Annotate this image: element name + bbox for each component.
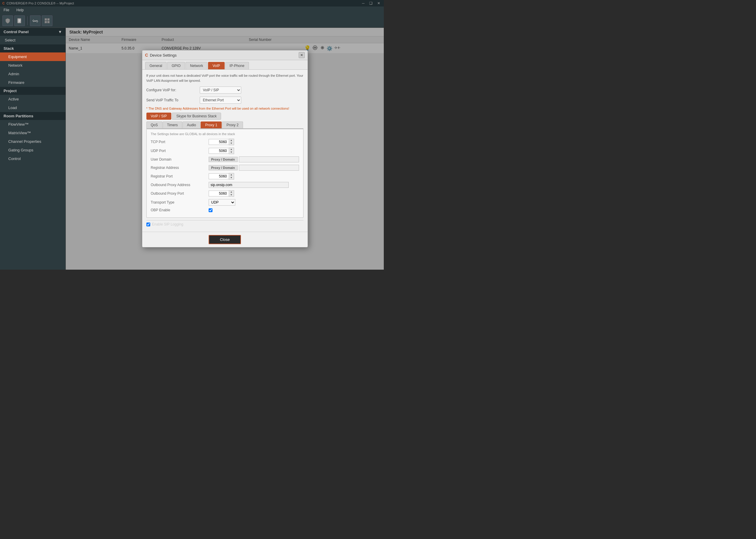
sip-logging-checkbox[interactable] xyxy=(146,222,150,226)
send-voip-select[interactable]: Ethernet Port xyxy=(200,97,241,104)
dialog-footer: Close xyxy=(142,232,308,247)
sip-logging-row: Enable SIP Logging xyxy=(146,220,303,228)
tab-network[interactable]: Network xyxy=(186,62,207,69)
sidebar-item-select[interactable]: Select xyxy=(0,36,65,44)
outbound-proxy-port-input[interactable]: 5060 xyxy=(209,191,229,196)
toolbar-separator xyxy=(27,16,28,25)
udp-port-up[interactable]: ▲ xyxy=(229,148,234,151)
dialog-title: Device Settings xyxy=(150,53,177,57)
outbound-proxy-address-input[interactable]: sip.onsip.com xyxy=(209,182,289,188)
udp-port-down[interactable]: ▼ xyxy=(229,151,234,154)
dialog-body: If your unit does not have a dedicated V… xyxy=(142,70,308,232)
configure-voip-row: Configure VoIP for: VoIP / SIP xyxy=(146,87,303,94)
tab-general[interactable]: General xyxy=(145,62,167,69)
voip-info-text: If your unit does not have a dedicated V… xyxy=(146,73,303,83)
proxy-panel: The Settings below are GLOBAL to all dev… xyxy=(146,129,303,218)
sidebar-header-project: Project xyxy=(0,87,65,95)
inner-tab-audio[interactable]: Audio xyxy=(183,121,201,128)
restore-button[interactable]: ❑ xyxy=(368,1,374,5)
sidebar-item-load[interactable]: Load xyxy=(0,104,65,112)
tab-voip[interactable]: VoIP xyxy=(208,62,224,69)
user-domain-input[interactable] xyxy=(239,156,299,162)
close-button[interactable]: ✕ xyxy=(376,1,381,5)
sidebar-header-stack: Stack xyxy=(0,44,65,52)
dns-note: * The DNS and Gateway Addresses from the… xyxy=(146,107,303,110)
inner-tab-timers[interactable]: Timers xyxy=(163,121,182,128)
sidebar-item-gating-groups[interactable]: Gating Groups xyxy=(0,146,65,154)
obp-enable-checkbox[interactable] xyxy=(209,208,212,212)
minimize-button[interactable]: ─ xyxy=(361,1,366,5)
registrar-port-spinner: ▲ ▼ xyxy=(229,173,234,180)
udp-port-row: UDP Port 5060 ▲ ▼ xyxy=(151,148,299,154)
tcp-port-up[interactable]: ▲ xyxy=(229,139,234,142)
transport-type-value: UDP TCP TLS xyxy=(209,199,299,206)
registrar-address-input[interactable] xyxy=(239,165,299,171)
udp-port-spinner: ▲ ▼ xyxy=(229,148,234,154)
outbound-proxy-address-label: Outbound Proxy Address xyxy=(151,183,209,187)
grid-toolbar-button[interactable] xyxy=(42,15,52,26)
tcp-port-down[interactable]: ▼ xyxy=(229,142,234,145)
udp-port-value: 5060 ▲ ▼ xyxy=(209,148,299,154)
registrar-address-value: Proxy / Domain xyxy=(209,165,299,171)
obp-enable-row: OBP Enable xyxy=(151,208,299,212)
shield-toolbar-button[interactable] xyxy=(2,15,13,26)
configure-voip-select[interactable]: VoIP / SIP xyxy=(200,87,241,94)
sidebar-item-firmware[interactable]: Firmware xyxy=(0,78,65,87)
sidebar-item-control[interactable]: Control xyxy=(0,154,65,163)
inner-tab-qos[interactable]: QoS xyxy=(146,121,162,128)
dialog-close-icon[interactable]: ✕ xyxy=(299,52,305,58)
registrar-address-row: Registrar Address Proxy / Domain xyxy=(151,165,299,171)
sidebar-item-flowview[interactable]: FlowView™ xyxy=(0,120,65,128)
file-toolbar-button[interactable] xyxy=(14,15,25,26)
inner-tab-proxy2[interactable]: Proxy 2 xyxy=(222,121,243,128)
tcp-port-input[interactable]: 5060 xyxy=(209,139,229,145)
registrar-port-value: 5060 ▲ ▼ xyxy=(209,173,299,180)
outbound-proxy-port-up[interactable]: ▲ xyxy=(229,191,234,193)
registrar-port-input[interactable]: 5060 xyxy=(209,173,229,179)
registrar-port-label: Registrar Port xyxy=(151,174,209,178)
outbound-proxy-port-spinner: ▲ ▼ xyxy=(229,190,234,197)
user-domain-prefix: Proxy / Domain xyxy=(209,157,238,162)
registrar-port-row: Registrar Port 5060 ▲ ▼ xyxy=(151,173,299,180)
registrar-port-down[interactable]: ▼ xyxy=(229,176,234,179)
send-voip-label: Send VoIP Traffic To xyxy=(146,98,200,102)
voip-tab-skype[interactable]: Skype for Business Stack xyxy=(172,113,221,120)
user-domain-value: Proxy / Domain xyxy=(209,156,299,162)
sidebar-item-admin[interactable]: Admin xyxy=(0,70,65,78)
content-area: Stack: MyProject Device Name Firmware Pr… xyxy=(66,28,384,270)
inner-tab-proxy1[interactable]: Proxy 1 xyxy=(201,121,222,128)
tab-gpio[interactable]: GPIO xyxy=(167,62,185,69)
outbound-proxy-port-label: Outbound Proxy Port xyxy=(151,192,209,195)
voip-tab-sip[interactable]: VoIP / SIP xyxy=(146,113,171,120)
outbound-proxy-address-value: sip.onsip.com xyxy=(209,182,299,188)
tcp-port-value: 5060 ▲ ▼ xyxy=(209,139,299,145)
sidebar-item-equipment[interactable]: Equipment xyxy=(0,52,65,61)
transport-type-select[interactable]: UDP TCP TLS xyxy=(209,199,235,206)
registrar-port-up[interactable]: ▲ xyxy=(229,173,234,176)
user-domain-label: User Domain xyxy=(151,157,209,162)
udp-port-input[interactable]: 5060 xyxy=(209,148,229,154)
menu-file[interactable]: File xyxy=(2,7,10,13)
svg-rect-2 xyxy=(47,18,49,21)
close-dialog-button[interactable]: Close xyxy=(209,235,241,244)
voip-tabs: VoIP / SIP Skype for Business Stack xyxy=(146,113,303,120)
svg-rect-4 xyxy=(47,21,49,23)
outbound-proxy-port-down[interactable]: ▼ xyxy=(229,193,234,196)
menu-bar: File Help xyxy=(0,7,384,14)
transport-type-label: Transport Type xyxy=(151,200,209,204)
sidebar-item-network[interactable]: Network xyxy=(0,61,65,70)
toolbar xyxy=(0,14,384,28)
sidebar-item-channel-properties[interactable]: Channel Properties xyxy=(0,137,65,146)
dialog-tabs-bar: General GPIO Network VoIP IP-Phone xyxy=(142,60,308,70)
outbound-proxy-address-row: Outbound Proxy Address sip.onsip.com xyxy=(151,182,299,188)
sidebar-item-active[interactable]: Active xyxy=(0,95,65,104)
tcp-port-spinner: ▲ ▼ xyxy=(229,139,234,145)
sidebar-header-control-panel: Control Panel ▼ xyxy=(0,28,65,36)
configure-voip-control: VoIP / SIP xyxy=(200,87,303,94)
menu-help[interactable]: Help xyxy=(15,7,25,13)
transport-type-row: Transport Type UDP TCP TLS xyxy=(151,199,299,206)
tab-ip-phone[interactable]: IP-Phone xyxy=(225,62,249,69)
sidebar-item-matrixview[interactable]: MatrixView™ xyxy=(0,128,65,137)
back-forward-toolbar-button[interactable] xyxy=(30,15,40,26)
inner-tabs-bar: QoS Timers Audio Proxy 1 Proxy 2 xyxy=(146,121,303,129)
